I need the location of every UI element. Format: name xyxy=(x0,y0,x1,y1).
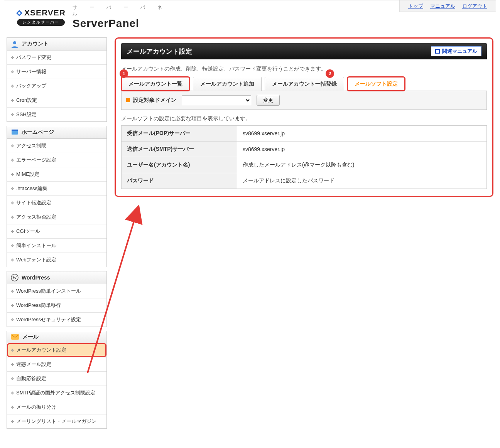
main-content: メールアカウント設定 関連マニュアル メールアカウントの作成、削除、転送設定、パ… xyxy=(115,37,493,197)
setting-label: パスワード xyxy=(122,173,237,189)
serverpanel-kana: サ ー バ ー パ ネ ル xyxy=(73,4,182,17)
setting-value: メールアドレスに設定したパスワード xyxy=(237,173,487,189)
domain-label: 設定対象ドメイン xyxy=(133,97,176,104)
mail-settings-table: 受信メール(POP)サーバー sv8699.xserver.jp 送信メール(S… xyxy=(121,125,487,189)
logo-area: XSERVER レンタルサーバー サ ー バ ー パ ネ ル ServerPan… xyxy=(4,0,182,30)
sidebar-item[interactable]: WordPress簡単移行 xyxy=(7,298,106,312)
user-icon xyxy=(11,40,19,48)
svg-rect-4 xyxy=(12,130,18,131)
annotation-frame: メールアカウント設定 関連マニュアル メールアカウントの作成、削除、転送設定、パ… xyxy=(115,37,493,197)
svg-rect-7 xyxy=(11,334,19,340)
sidebar-item[interactable]: MIME設定 xyxy=(7,167,106,181)
sidebar-item[interactable]: サイト転送設定 xyxy=(7,195,106,210)
serverpanel-text: ServerPanel xyxy=(73,17,182,30)
top-link-logout[interactable]: ログアウト xyxy=(462,3,487,10)
setting-label: ユーザー名(アカウント名) xyxy=(122,157,237,173)
panel-title-bar: メールアカウント設定 関連マニュアル xyxy=(121,43,487,59)
sidebar-section-wordpress: W WordPress WordPress簡単インストール WordPress簡… xyxy=(7,271,107,327)
sidebar-item[interactable]: サーバー情報 xyxy=(7,64,106,79)
setting-label: 受信メール(POP)サーバー xyxy=(122,126,237,141)
sidebar-item[interactable]: 簡単インストール xyxy=(7,238,106,253)
change-button[interactable]: 変更 xyxy=(257,95,280,106)
square-bullet-icon xyxy=(126,98,130,102)
tab-mail-account-list[interactable]: メールアカウント一覧 xyxy=(121,77,190,91)
svg-point-2 xyxy=(13,41,16,44)
sidebar-item[interactable]: メールの振り分け xyxy=(7,400,106,414)
tab-mail-account-bulk[interactable]: メールアカウント一括登録 xyxy=(265,77,344,91)
table-row: 送信メール(SMTP)サーバー sv8699.xserver.jp xyxy=(122,141,487,157)
sidebar-section-homepage: ホームページ アクセス制限 エラーページ設定 MIME設定 .htaccess編… xyxy=(7,126,107,267)
sidebar-item[interactable]: SMTP認証の国外アクセス制限設定 xyxy=(7,386,106,400)
sidebar-item[interactable]: 自動応答設定 xyxy=(7,371,106,386)
sidebar-item[interactable]: WordPressセキュリティ設定 xyxy=(7,312,106,327)
section-title-account: アカウント xyxy=(22,40,49,47)
setting-value: 作成したメールアドレス(@マーク以降も含む) xyxy=(237,157,487,173)
sidebar-item[interactable]: アクセス拒否設定 xyxy=(7,210,106,224)
mail-icon xyxy=(11,334,19,340)
page-icon xyxy=(11,128,19,136)
setting-value: sv8699.xserver.jp xyxy=(237,141,487,157)
sidebar-item-mail-account-settings[interactable]: メールアカウント設定 xyxy=(7,343,106,357)
brand-text: XSERVER xyxy=(24,8,66,17)
wordpress-icon: W xyxy=(11,274,19,281)
svg-text:W: W xyxy=(13,275,17,280)
sidebar-item[interactable]: WordPress簡単インストール xyxy=(7,284,106,298)
xserver-diamond-icon xyxy=(16,10,22,16)
brand-pill: レンタルサーバー xyxy=(17,19,65,26)
sidebar-item[interactable]: エラーページ設定 xyxy=(7,153,106,167)
section-title-homepage: ホームページ xyxy=(22,129,54,136)
sidebar-item[interactable]: メーリングリスト・メールマガジン xyxy=(7,414,106,428)
sidebar-section-account: アカウント パスワード変更 サーバー情報 バックアップ Cron設定 SSH設定 xyxy=(7,37,107,122)
related-manual-button[interactable]: 関連マニュアル xyxy=(431,46,481,56)
setting-value: sv8699.xserver.jp xyxy=(237,126,487,141)
sidebar-item[interactable]: パスワード変更 xyxy=(7,51,106,64)
domain-select[interactable] xyxy=(182,95,251,105)
table-row: 受信メール(POP)サーバー sv8699.xserver.jp xyxy=(122,126,487,141)
sidebar-item[interactable]: .htaccess編集 xyxy=(7,181,106,195)
setting-label: 送信メール(SMTP)サーバー xyxy=(122,141,237,157)
manual-icon xyxy=(435,49,440,54)
annotation-badge-2: 2 xyxy=(326,69,334,78)
table-row: ユーザー名(アカウント名) 作成したメールアドレス(@マーク以降も含む) xyxy=(122,157,487,173)
panel-description-2: メールソフトの設定に必要な項目を表示しています。 xyxy=(121,115,487,122)
sidebar-item[interactable]: アクセス制限 xyxy=(7,139,106,153)
sidebar-item[interactable]: Webフォント設定 xyxy=(7,253,106,267)
panel-title: メールアカウント設定 xyxy=(127,47,192,56)
sidebar-item[interactable]: CGIツール xyxy=(7,224,106,238)
section-title-mail: メール xyxy=(22,333,39,340)
sidebar-item[interactable]: 迷惑メール設定 xyxy=(7,357,106,371)
section-title-wordpress: WordPress xyxy=(22,275,50,281)
tab-mail-account-add[interactable]: メールアカウント追加 xyxy=(193,77,262,91)
panel-description: メールアカウントの作成、削除、転送設定、パスワード変更を行うことができます。 xyxy=(121,66,487,72)
sidebar: アカウント パスワード変更 サーバー情報 バックアップ Cron設定 SSH設定… xyxy=(7,37,107,433)
tab-mail-software-settings[interactable]: メールソフト設定 xyxy=(347,77,405,91)
table-row: パスワード メールアドレスに設定したパスワード xyxy=(122,173,487,189)
top-link-manual[interactable]: マニュアル xyxy=(430,3,455,10)
tabs: メールアカウント一覧 メールアカウント追加 メールアカウント一括登録 メールソフ… xyxy=(121,76,487,91)
annotation-badge-1: 1 xyxy=(120,69,128,78)
domain-selector-row: 設定対象ドメイン 変更 xyxy=(121,91,487,110)
top-links: トップ マニュアル ログアウト xyxy=(399,0,496,12)
sidebar-item[interactable]: バックアップ xyxy=(7,79,106,93)
sidebar-item[interactable]: Cron設定 xyxy=(7,93,106,107)
sidebar-section-mail: メール メールアカウント設定 迷惑メール設定 自動応答設定 SMTP認証の国外ア… xyxy=(7,331,107,429)
sidebar-item[interactable]: SSH設定 xyxy=(7,107,106,121)
top-link-top[interactable]: トップ xyxy=(408,3,423,10)
